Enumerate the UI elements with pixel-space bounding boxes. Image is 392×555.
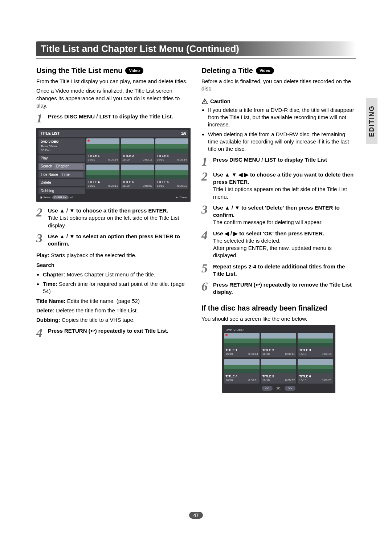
final-title-5[interactable]: TITLE 516/100:05:57 [261, 359, 296, 384]
osd-time-remaining: 1hour 55min [41, 145, 83, 149]
heading-text: If the disc has already been finalized [201, 303, 327, 313]
step-text-bold: Use ◀ / ▶ to select 'OK' then press ENTE… [213, 230, 324, 236]
intro-paragraph-2: Once a Video mode disc is finalized, the… [36, 87, 191, 109]
osd-title-3[interactable]: TITLE 316/100:00:14 [155, 138, 188, 163]
right-step-5: 5 Repeat steps 2-4 to delete additional … [201, 263, 356, 278]
step-text: Press RETURN (↩) repeatedly to remove th… [213, 281, 356, 296]
step-text-bold: Use ▲ / ▼ to choose a title then press E… [48, 207, 168, 214]
step-text: Press DISC MENU / LIST to display the Ti… [48, 113, 191, 124]
right-step-2: 2 Use ▲ ▼ ◀ ▶ to choose a title you want… [201, 171, 356, 200]
osd-menu-search[interactable]: Search Chapter [38, 163, 85, 170]
dubbing-option: Dubbing: Copies the title to a VHS tape. [36, 316, 191, 324]
osd-title-1[interactable]: TITLE 116/100:00:14 [86, 138, 119, 163]
heading-text: Deleting a Title [201, 66, 253, 76]
osd-menu-delete[interactable]: Delete [38, 179, 85, 186]
osd-menu-play[interactable]: Play [38, 155, 85, 162]
step-text: Repeat steps 2-4 to delete additional ti… [213, 263, 356, 278]
side-tab-editing: EDITING [366, 98, 377, 144]
final-title-3[interactable]: TITLE 316/100:00:14 [298, 333, 333, 357]
osd-dvd-video: DVD VIDEO [41, 139, 83, 144]
using-title-list-heading: Using the Title List menu Video [36, 66, 191, 76]
step-text: Title List options appear on the left si… [48, 215, 179, 228]
search-head: Search [36, 262, 191, 269]
deleting-intro: Before a disc is finalized, you can dele… [201, 78, 356, 93]
osd-header-title: TITLE LIST [41, 131, 60, 136]
page-number: 47 [0, 512, 392, 519]
osd-menu-title-name-label: Title Name [41, 172, 58, 177]
step-text: Press DISC MENU / LIST to display Title … [213, 156, 356, 167]
pager-prev[interactable]: << [262, 386, 273, 391]
deleting-title-heading: Deleting a Title Video [201, 66, 356, 76]
step-number: 2 [36, 207, 45, 229]
step-text-1: The selected title is deleted. [213, 238, 281, 244]
caution-bullet-2: When deleting a title from a DVD-RW disc… [208, 131, 356, 153]
right-step-6: 6 Press RETURN (↩) repeatedly to remove … [201, 281, 356, 296]
final-title-4[interactable]: TITLE 416/100:00:11 [224, 359, 260, 384]
page-title-bar: Title List and Chapter List Menu (Contin… [36, 41, 356, 56]
osd-menu-search-label: Search [41, 164, 52, 169]
step-text: Title List options appears on the left s… [213, 186, 347, 199]
step-text-bold: Use ▲ / ▼ to select 'Delete' then press … [213, 204, 340, 218]
step-number: 3 [201, 204, 210, 226]
video-pill: Video [125, 67, 143, 74]
title-list-osd: TITLE LIST 1/6 DVD VIDEO 1hour 55min SP … [36, 128, 191, 202]
pager-count: 1/1 [276, 386, 281, 390]
left-step-2: 2 Use ▲ / ▼ to choose a title then press… [36, 207, 191, 229]
step-number: 4 [201, 230, 210, 259]
osd-submenu-chapter[interactable]: Chapter [54, 164, 83, 169]
play-option: Play: Starts playback of the selected ti… [36, 252, 191, 259]
finalized-osd: DVR VIDEO TITLE 116/100:00:14 TITLE 216/… [222, 325, 335, 393]
step-number: 6 [201, 281, 210, 296]
left-step-3: 3 Use ▲ / ▼ to select an option then pre… [36, 233, 191, 248]
osd-title-6[interactable]: TITLE 616/100:00:21 [155, 165, 188, 189]
finalized-osd-top: DVR VIDEO [224, 327, 333, 333]
step-number: 1 [201, 156, 210, 167]
left-step-4: 4 Press RETURN (↩) repeatedly to exit Ti… [36, 327, 191, 339]
heading-text: Using the Title List menu [36, 66, 122, 76]
step-number: 5 [201, 263, 210, 278]
step-text: Press RETURN (↩) repeatedly to exit Titl… [48, 327, 191, 339]
osd-menu-title-name[interactable]: Title Name Time [38, 171, 85, 178]
osd-header-pager: 1/6 [181, 131, 186, 136]
caution-icon [201, 98, 208, 105]
page-number-value: 47 [189, 512, 203, 519]
delete-option: Delete: Deletes the title from the Title… [36, 307, 191, 314]
right-step-4: 4 Use ◀ / ▶ to select 'OK' then press EN… [201, 230, 356, 259]
search-chapter: Chapter: Moves Chapter List menu of the … [43, 271, 191, 278]
search-time: Time: Search time for required start poi… [43, 280, 191, 295]
right-step-1: 1 Press DISC MENU / LIST to display Titl… [201, 156, 356, 167]
osd-menu-dubbing[interactable]: Dubbing [38, 187, 85, 195]
divider [36, 58, 356, 58]
final-title-6[interactable]: TITLE 616/100:00:21 [298, 359, 333, 384]
osd-title-2[interactable]: TITLE 216/100:00:11 [121, 138, 154, 163]
pager-next[interactable]: >> [285, 386, 296, 391]
caution-bullet-1: If you delete a title from a DVD-R disc,… [208, 106, 356, 129]
step-text: Use ▲ / ▼ to select an option then press… [48, 233, 191, 248]
step-text-2: After pressing ENTER, the new, updated m… [213, 245, 332, 258]
osd-thumbnail-grid: TITLE 116/100:00:14 TITLE 216/100:00:11 … [86, 138, 188, 189]
osd-sp-free: SP Free [41, 149, 83, 153]
left-step-1: 1 Press DISC MENU / LIST to display the … [36, 113, 191, 124]
caution-heading: Caution [201, 98, 356, 105]
right-column: Deleting a Title Video Before a disc is … [201, 64, 356, 393]
intro-paragraph-1: From the Title List display you can play… [36, 78, 191, 85]
step-number: 4 [36, 327, 45, 339]
caution-label: Caution [210, 98, 230, 105]
step-number: 2 [201, 171, 210, 200]
right-step-3: 3 Use ▲ / ▼ to select 'Delete' then pres… [201, 204, 356, 226]
osd-title-4[interactable]: TITLE 416/100:00:11 [86, 165, 119, 189]
finalized-text: You should see a screen like the one bel… [201, 315, 356, 323]
video-pill: Video [256, 67, 274, 74]
step-text: The confirm message for deleting will ap… [213, 219, 323, 225]
title-name-option: Title Name: Edits the title name. (page … [36, 297, 191, 305]
svg-point-1 [204, 102, 205, 103]
osd-submenu-time[interactable]: Time [60, 172, 83, 177]
finalized-heading: If the disc has already been finalized [201, 303, 356, 313]
osd-title-5[interactable]: TITLE 516/100:05:57 [121, 165, 154, 189]
osd-info-panel: DVD VIDEO 1hour 55min SP Free [38, 138, 85, 154]
step-number: 1 [36, 113, 45, 124]
final-title-2[interactable]: TITLE 216/100:00:11 [261, 333, 296, 357]
final-title-1[interactable]: TITLE 116/100:00:14 [224, 333, 260, 357]
left-column: Using the Title List menu Video From the… [36, 64, 191, 393]
step-text-bold: Use ▲ ▼ ◀ ▶ to choose a title you want t… [213, 171, 354, 185]
